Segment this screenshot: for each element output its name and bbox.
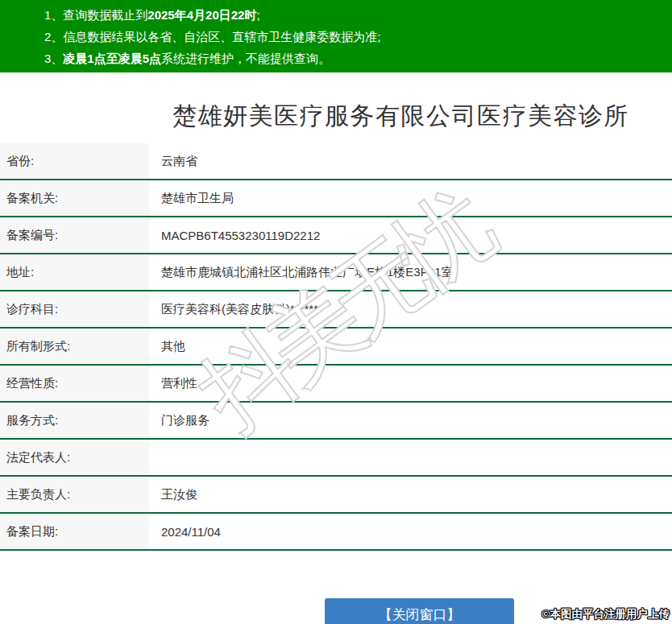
notice-2-text: 信息数据结果以各省、自治区、直辖市卫生健康委数据为准;	[63, 30, 380, 43]
table-row-ownership-form: 所有制形式: 其他	[0, 329, 672, 366]
row-label: 备案编号:	[0, 217, 149, 253]
row-value: 云南省	[149, 154, 672, 169]
notice-bar: 1、查询数据截止到2025年4月20日22时; 2、信息数据结果以各省、自治区、…	[0, 0, 672, 72]
row-value: 门诊服务	[149, 413, 672, 428]
notice-2-number: 2、	[44, 30, 63, 43]
notice-1-number: 1、	[44, 8, 63, 22]
row-value: MACPB6T4553230119D2212	[149, 229, 672, 242]
row-label: 省份:	[0, 143, 149, 179]
table-row-registry-number: 备案编号: MACPB6T4553230119D2212	[0, 217, 672, 254]
notice-1-bold: 2025年4月20日22时	[147, 8, 256, 22]
table-row-main-responsible-person: 主要负责人: 王汝俊	[0, 477, 672, 514]
facility-info-table: 省份: 云南省 备案机关: 楚雄市卫生局 备案编号: MACPB6T455323…	[0, 143, 672, 551]
row-label: 备案机关:	[0, 180, 149, 216]
row-label: 地址:	[0, 254, 149, 290]
table-row-business-nature: 经营性质: 营利性	[0, 366, 672, 403]
table-row-province: 省份: 云南省	[0, 143, 672, 180]
row-label: 服务方式:	[0, 403, 149, 438]
notice-3-suffix: 系统进行维护，不能提供查询。	[161, 52, 330, 65]
row-value: 楚雄市鹿城镇北浦社区北浦路伟业广场E栋1楼E3F01室	[149, 265, 672, 280]
row-label: 经营性质:	[0, 366, 149, 401]
table-row-legal-representative: 法定代表人:	[0, 440, 672, 477]
table-row-registry-date: 备案日期: 2024/11/04	[0, 514, 672, 551]
row-label: 诊疗科目:	[0, 291, 149, 327]
notice-line-1: 1、查询数据截止到2025年4月20日22时;	[0, 4, 672, 26]
row-label: 主要负责人:	[0, 477, 149, 512]
table-row-registry-authority: 备案机关: 楚雄市卫生局	[0, 180, 672, 217]
row-value: 2024/11/04	[149, 525, 672, 539]
row-value: 医疗美容科(美容皮肤科)******	[149, 302, 672, 317]
table-row-service-mode: 服务方式: 门诊服务	[0, 403, 672, 440]
notice-1-suffix: ;	[256, 8, 259, 22]
row-value: 王汝俊	[149, 487, 672, 502]
row-value: 其他	[149, 339, 672, 354]
notice-line-3: 3、凌晨1点至凌晨5点系统进行维护，不能提供查询。	[0, 48, 672, 69]
notice-3-bold: 凌晨1点至凌晨5点	[63, 52, 161, 65]
row-label: 法定代表人:	[0, 440, 149, 475]
row-label: 所有制形式:	[0, 329, 149, 364]
notice-line-2: 2、信息数据结果以各省、自治区、直辖市卫生健康委数据为准;	[0, 26, 672, 48]
row-label: 备案日期:	[0, 514, 149, 549]
table-row-treatment-subjects: 诊疗科目: 医疗美容科(美容皮肤科)******	[0, 291, 672, 329]
copyright-overlay: ©本图由平台注册用户上传	[542, 607, 670, 622]
page-title: 楚雄妍美医疗服务有限公司医疗美容诊所	[172, 100, 629, 133]
table-row-address: 地址: 楚雄市鹿城镇北浦社区北浦路伟业广场E栋1楼E3F01室	[0, 254, 672, 291]
row-value: 楚雄市卫生局	[149, 191, 672, 206]
notice-1-text: 查询数据截止到	[63, 8, 147, 22]
close-window-button[interactable]: 【关闭窗口】	[325, 598, 514, 624]
row-value: 营利性	[149, 376, 672, 391]
notice-3-number: 3、	[44, 52, 63, 65]
